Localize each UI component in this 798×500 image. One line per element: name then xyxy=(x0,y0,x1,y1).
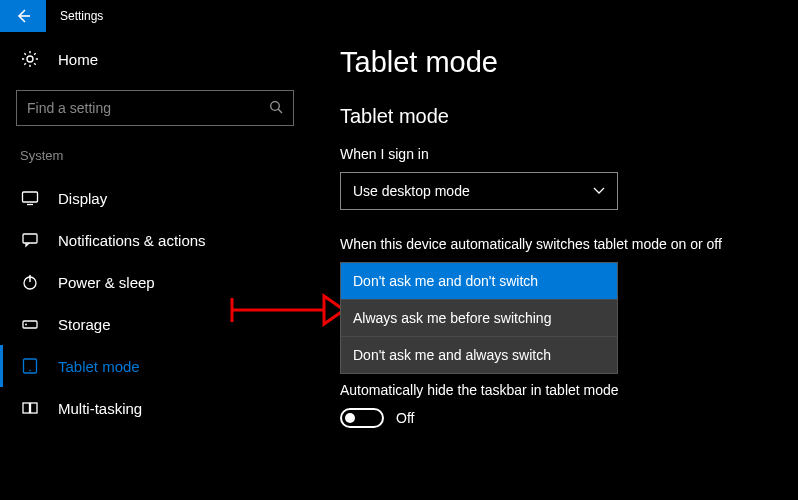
gear-icon xyxy=(20,50,40,68)
sidebar-item-label: Display xyxy=(58,190,107,207)
sidebar-item-storage[interactable]: Storage xyxy=(0,303,294,345)
tablet-icon xyxy=(20,357,40,375)
multitasking-icon xyxy=(20,399,40,417)
back-button[interactable] xyxy=(0,0,46,32)
sidebar-item-power[interactable]: Power & sleep xyxy=(0,261,294,303)
hide-taskbar-toggle[interactable] xyxy=(340,408,384,428)
category-label: System xyxy=(20,148,294,163)
search-input[interactable] xyxy=(27,100,269,116)
hide-taskbar-toggle-row: Off xyxy=(340,408,790,428)
sidebar-item-label: Notifications & actions xyxy=(58,232,206,249)
sidebar-item-label: Multi-tasking xyxy=(58,400,142,417)
svg-rect-5 xyxy=(23,234,37,243)
sidebar-item-label: Storage xyxy=(58,316,111,333)
svg-rect-3 xyxy=(23,192,38,202)
storage-icon xyxy=(20,315,40,333)
sidebar-item-label: Power & sleep xyxy=(58,274,155,291)
power-icon xyxy=(20,273,40,291)
dropdown-option-0[interactable]: Don't ask me and don't switch xyxy=(341,263,617,299)
section-title: Tablet mode xyxy=(340,105,790,128)
dropdown-list: Don't ask me and don't switch Always ask… xyxy=(340,262,618,374)
sidebar-item-tablet-mode[interactable]: Tablet mode xyxy=(0,345,294,387)
svg-rect-13 xyxy=(31,403,38,413)
switch-label: When this device automatically switches … xyxy=(340,236,790,252)
home-label: Home xyxy=(58,51,98,68)
svg-rect-12 xyxy=(23,403,30,413)
sidebar-item-multitasking[interactable]: Multi-tasking xyxy=(0,387,294,429)
app-title: Settings xyxy=(60,9,103,23)
sidebar-item-display[interactable]: Display xyxy=(0,177,294,219)
title-bar: Settings xyxy=(0,0,798,32)
signin-value: Use desktop mode xyxy=(353,183,470,199)
svg-point-1 xyxy=(271,101,280,110)
svg-point-11 xyxy=(29,370,31,372)
search-icon xyxy=(269,100,283,117)
arrow-left-icon xyxy=(14,7,32,25)
dropdown-option-2[interactable]: Don't ask me and always switch xyxy=(341,336,617,373)
svg-line-2 xyxy=(278,109,282,113)
toggle-knob xyxy=(345,413,355,423)
dropdown-option-1[interactable]: Always ask me before switching xyxy=(341,299,617,336)
sidebar: Home System Display Notifications & acti… xyxy=(0,32,310,500)
svg-point-9 xyxy=(25,324,27,326)
home-link[interactable]: Home xyxy=(16,32,294,90)
chevron-down-icon xyxy=(593,185,605,197)
signin-select[interactable]: Use desktop mode xyxy=(340,172,618,210)
hide-taskbar-value: Off xyxy=(396,410,414,426)
sidebar-item-label: Tablet mode xyxy=(58,358,140,375)
sidebar-item-notifications[interactable]: Notifications & actions xyxy=(0,219,294,261)
switch-dropdown[interactable]: Don't ask me and don't switch Always ask… xyxy=(340,262,790,366)
main-content: Tablet mode Tablet mode When I sign in U… xyxy=(310,32,798,500)
signin-label: When I sign in xyxy=(340,146,790,162)
search-box[interactable] xyxy=(16,90,294,126)
svg-point-0 xyxy=(27,56,33,62)
monitor-icon xyxy=(20,189,40,207)
hide-taskbar-label: Automatically hide the taskbar in tablet… xyxy=(340,382,790,398)
page-title: Tablet mode xyxy=(340,46,790,79)
message-icon xyxy=(20,231,40,249)
